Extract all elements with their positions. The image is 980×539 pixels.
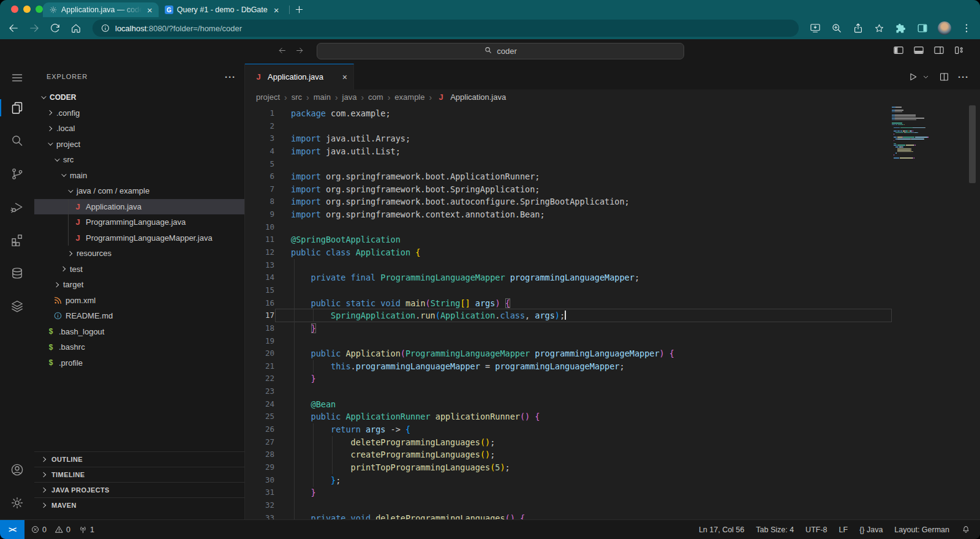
tree-item[interactable]: .local (34, 121, 244, 137)
status-error-icon[interactable]: 0 (31, 525, 47, 534)
browser-tab-2[interactable]: G Query #1 - demo - DbGate × (159, 2, 285, 17)
browser-tab-title: Application.java — coder — co (61, 6, 142, 14)
address-bar[interactable]: localhost:8080/?folder=/home/coder (92, 20, 799, 37)
editor-tab-application-java[interactable]: J Application.java × (245, 64, 354, 89)
remote-indicator[interactable]: >< (0, 520, 24, 539)
sidebar-section-outline[interactable]: OUTLINE (34, 451, 244, 467)
history-back-icon[interactable] (277, 45, 287, 58)
layout-sidebar-right-icon[interactable] (933, 44, 945, 59)
run-icon[interactable] (907, 71, 919, 83)
tree-item[interactable]: test (34, 262, 244, 277)
install-icon[interactable] (809, 22, 821, 34)
tree-item[interactable]: main (34, 168, 244, 184)
activity-source-control-icon[interactable] (0, 157, 34, 190)
code-line: 10 (245, 221, 980, 234)
more-actions-icon[interactable]: ··· (225, 72, 236, 82)
tree-item[interactable]: src (34, 152, 244, 168)
sidebar-section-java-projects[interactable]: JAVA PROJECTS (34, 482, 244, 497)
status-item[interactable] (961, 525, 971, 535)
tree-item[interactable]: .config (34, 105, 244, 121)
activity-files-icon[interactable] (0, 91, 34, 124)
tree-item[interactable]: java / com / example (34, 183, 244, 199)
breadcrumb-item[interactable]: java (342, 92, 357, 102)
tree-item[interactable]: JProgrammingLanguage.java (34, 214, 244, 230)
activity-layers-icon[interactable] (0, 290, 34, 323)
extensions-puzzle-icon[interactable] (894, 22, 907, 35)
close-tab-icon[interactable]: × (273, 6, 281, 15)
tree-item[interactable]: README.md (34, 308, 244, 324)
share-icon[interactable] (852, 22, 864, 34)
status-text: Tab Size: 4 (756, 526, 794, 534)
side-panel-icon[interactable] (916, 22, 929, 34)
activity-run-debug-icon[interactable] (0, 190, 34, 224)
code-editor[interactable]: 1package com.example;23import java.util.… (245, 105, 980, 519)
breadcrumb-item[interactable]: com (368, 92, 383, 102)
layout-customize-icon[interactable] (953, 44, 965, 59)
status-item[interactable]: Layout: German (894, 526, 949, 534)
code-line: 19 (245, 335, 980, 348)
breadcrumb-item[interactable]: main (314, 92, 331, 102)
zoom-in-icon[interactable] (831, 22, 843, 34)
command-center[interactable]: coder (317, 43, 684, 59)
activity-settings-gear-icon[interactable] (0, 486, 34, 519)
home-icon[interactable] (70, 22, 82, 34)
status-item[interactable]: Tab Size: 4 (756, 526, 794, 534)
status-ports-icon[interactable]: 1 (78, 525, 94, 534)
section-label: OUTLINE (51, 456, 83, 463)
editor-scrollbar[interactable] (969, 105, 976, 183)
sidebar-section-maven[interactable]: MAVEN (34, 497, 244, 513)
close-icon[interactable]: × (341, 73, 349, 81)
browser-menu-icon[interactable] (960, 22, 973, 34)
status-item[interactable]: LF (839, 526, 848, 534)
tree-item[interactable]: project (34, 137, 244, 153)
breadcrumb-separator: › (335, 92, 338, 102)
reload-icon[interactable] (49, 22, 61, 34)
minimap[interactable] (892, 107, 947, 519)
tree-item[interactable]: CODER (34, 89, 244, 105)
tree-item[interactable]: $.profile (34, 355, 244, 371)
activity-search-icon[interactable] (0, 124, 34, 157)
browser-tab-strip: Application.java — coder — co × G Query … (0, 0, 980, 17)
split-editor-icon[interactable] (938, 71, 950, 83)
activity-extensions-icon[interactable] (0, 224, 34, 257)
activity-database-icon[interactable] (0, 257, 34, 290)
tree-item[interactable]: JProgrammingLanguageMapper.java (34, 230, 244, 246)
more-actions-icon[interactable]: ··· (958, 72, 969, 82)
line-number: 16 (245, 297, 274, 310)
status-item[interactable]: {} Java (859, 526, 883, 534)
minimize-window-button[interactable] (23, 6, 31, 13)
maximize-window-button[interactable] (36, 6, 43, 13)
status-item[interactable]: Ln 17, Col 56 (699, 526, 744, 534)
new-tab-button[interactable] (293, 4, 305, 15)
layout-sidebar-left-icon[interactable] (892, 44, 905, 59)
code-line: 3import java.util.Arrays; (245, 132, 980, 145)
back-icon[interactable] (7, 22, 20, 34)
breadcrumb-item[interactable]: Application.java (450, 92, 506, 102)
close-window-button[interactable] (11, 6, 18, 13)
close-tab-icon[interactable]: × (146, 6, 154, 15)
chevron-down-icon[interactable] (921, 72, 930, 81)
activity-menu-icon[interactable] (0, 64, 34, 91)
chevron-right-icon (61, 266, 66, 271)
bookmark-star-icon[interactable] (873, 23, 885, 34)
tree-item[interactable]: target (34, 277, 244, 293)
site-info-icon[interactable] (100, 23, 110, 33)
tree-item[interactable]: JApplication.java (34, 199, 244, 215)
breadcrumb-item[interactable]: project (256, 92, 280, 102)
status-item[interactable]: UTF-8 (805, 526, 827, 534)
browser-tab-title: Query #1 - demo - DbGate (177, 6, 269, 14)
avatar[interactable] (938, 21, 951, 35)
forward-icon[interactable] (28, 22, 40, 34)
history-forward-icon[interactable] (295, 45, 305, 58)
tree-item[interactable]: $.bashrc (34, 339, 244, 355)
tree-item[interactable]: resources (34, 246, 244, 262)
sidebar-section-timeline[interactable]: TIMELINE (34, 467, 244, 482)
breadcrumb-item[interactable]: example (394, 92, 424, 102)
tree-item[interactable]: pom.xml (34, 293, 244, 309)
layout-panel-icon[interactable] (913, 44, 925, 59)
activity-account-icon[interactable] (0, 453, 34, 486)
browser-tab-1[interactable]: Application.java — coder — co × (43, 2, 159, 17)
tree-item[interactable]: $.bash_logout (34, 324, 244, 340)
breadcrumb-item[interactable]: src (292, 92, 302, 102)
status-warning-icon[interactable]: 0 (55, 525, 70, 534)
